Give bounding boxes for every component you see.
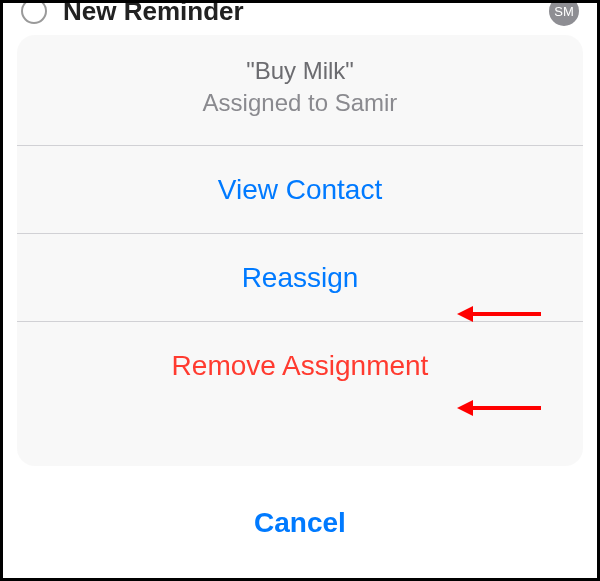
- sheet-title: "Buy Milk": [17, 57, 583, 85]
- reminder-row-background: New Reminder SM: [3, 0, 597, 31]
- action-sheet-main: "Buy Milk" Assigned to Samir View Contac…: [17, 35, 583, 466]
- cancel-label: Cancel: [254, 507, 346, 539]
- avatar: SM: [549, 0, 579, 26]
- action-sheet: "Buy Milk" Assigned to Samir View Contac…: [17, 35, 583, 566]
- reassign-button[interactable]: Reassign: [17, 234, 583, 321]
- view-contact-button[interactable]: View Contact: [17, 146, 583, 233]
- reminder-radio-icon: [21, 0, 47, 24]
- reminder-row-title: New Reminder: [63, 0, 549, 27]
- cancel-button[interactable]: Cancel: [17, 480, 583, 566]
- action-sheet-header: "Buy Milk" Assigned to Samir: [17, 35, 583, 145]
- reassign-label: Reassign: [242, 262, 359, 294]
- view-contact-label: View Contact: [218, 174, 382, 206]
- remove-assignment-button[interactable]: Remove Assignment: [17, 322, 583, 409]
- sheet-subtitle: Assigned to Samir: [17, 89, 583, 117]
- remove-assignment-label: Remove Assignment: [172, 350, 429, 382]
